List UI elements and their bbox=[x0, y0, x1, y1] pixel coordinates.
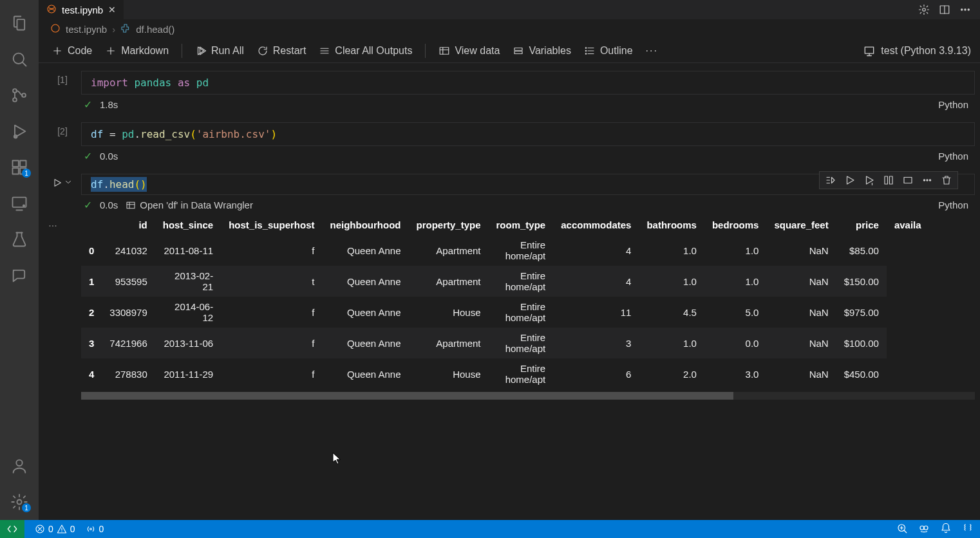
table-cell: 4.5 bbox=[639, 297, 704, 328]
editor-area: test.ipynb ✕ test.ipynb › df.head() bbox=[39, 0, 980, 520]
column-header: accommodates bbox=[553, 215, 639, 235]
exec-count: [1] bbox=[57, 75, 68, 85]
cell-language[interactable]: Python bbox=[938, 199, 972, 210]
exec-time: 0.0s bbox=[100, 199, 118, 210]
breadcrumb[interactable]: test.ipynb › df.head() bbox=[39, 19, 980, 39]
table-cell: 0.0 bbox=[704, 328, 767, 358]
settings-gear-icon[interactable]: 1 bbox=[10, 493, 28, 511]
svg-point-31 bbox=[927, 180, 928, 181]
status-bar: 0 0 0 bbox=[0, 520, 980, 538]
table-cell: 6 bbox=[553, 358, 639, 389]
close-icon[interactable]: ✕ bbox=[108, 5, 116, 15]
exec-time: 1.8s bbox=[100, 99, 118, 110]
table-cell: 3308979 bbox=[102, 297, 155, 328]
testing-icon[interactable] bbox=[10, 230, 28, 248]
table-row: 02410322011-08-11fQueen AnneApartmentEnt… bbox=[81, 235, 929, 266]
svg-rect-29 bbox=[904, 178, 912, 183]
breadcrumb-symbol[interactable]: df.head() bbox=[136, 24, 174, 35]
column-header: availa bbox=[887, 215, 929, 235]
open-data-wrangler-link[interactable]: Open 'df' in Data Wrangler bbox=[126, 199, 253, 210]
toolbar-more-icon[interactable]: ··· bbox=[646, 45, 658, 57]
source-control-icon[interactable] bbox=[10, 86, 28, 104]
chat-icon[interactable] bbox=[10, 266, 28, 284]
settings-badge: 1 bbox=[22, 503, 31, 512]
more-actions-icon[interactable] bbox=[959, 4, 971, 15]
svg-point-32 bbox=[929, 180, 930, 181]
table-cell: 3.0 bbox=[704, 358, 767, 389]
svg-rect-5 bbox=[13, 161, 19, 167]
restart-button[interactable]: Restart bbox=[253, 42, 310, 59]
explorer-icon[interactable] bbox=[10, 14, 28, 32]
run-all-button[interactable]: Run All bbox=[191, 42, 248, 59]
code-editor[interactable]: import pandas as pd bbox=[81, 71, 975, 95]
table-cell: Apartment bbox=[408, 266, 488, 297]
table-cell: Entirehome/apt bbox=[489, 328, 554, 358]
horizontal-scrollbar[interactable] bbox=[81, 392, 975, 400]
table-cell: 2011-11-29 bbox=[155, 358, 221, 389]
table-cell: $975.00 bbox=[836, 297, 887, 328]
svg-rect-20 bbox=[440, 47, 449, 54]
table-cell: f bbox=[221, 358, 322, 389]
chevron-down-icon[interactable] bbox=[64, 178, 73, 189]
run-by-line-icon[interactable] bbox=[825, 174, 836, 186]
remote-explorer-icon[interactable] bbox=[10, 194, 28, 212]
success-check-icon: ✓ bbox=[84, 199, 92, 211]
breadcrumb-file[interactable]: test.ipynb bbox=[66, 24, 107, 35]
ports-button[interactable]: 0 bbox=[86, 524, 104, 534]
scrollbar-thumb[interactable] bbox=[81, 392, 733, 400]
delete-cell-icon[interactable] bbox=[941, 174, 952, 186]
outline-button[interactable]: Outline bbox=[580, 42, 637, 59]
manage-gear-icon[interactable] bbox=[918, 4, 930, 15]
table-cell: $450.00 bbox=[836, 358, 887, 389]
accounts-icon[interactable] bbox=[10, 457, 28, 475]
split-cell-icon[interactable] bbox=[883, 174, 894, 186]
clear-outputs-button[interactable]: Clear All Outputs bbox=[315, 42, 416, 59]
svg-point-17 bbox=[965, 9, 966, 10]
output-more-icon[interactable]: ··· bbox=[44, 215, 62, 400]
cell-more-icon[interactable] bbox=[921, 174, 933, 186]
table-cell: NaN bbox=[766, 358, 836, 389]
copilot-icon[interactable] bbox=[918, 523, 930, 536]
add-markdown-button[interactable]: Markdown bbox=[101, 42, 173, 59]
execute-cell-icon[interactable] bbox=[844, 174, 856, 186]
run-debug-icon[interactable] bbox=[10, 122, 28, 140]
run-cell-icon[interactable] bbox=[52, 178, 62, 188]
search-icon[interactable] bbox=[10, 50, 28, 68]
toggle-output-icon[interactable] bbox=[902, 174, 914, 186]
svg-rect-21 bbox=[514, 48, 522, 50]
notifications-icon[interactable] bbox=[940, 523, 952, 536]
table-cell: Entirehome/apt bbox=[489, 266, 554, 297]
zoom-button[interactable] bbox=[896, 523, 908, 536]
success-check-icon: ✓ bbox=[84, 98, 92, 111]
remote-indicator[interactable] bbox=[0, 520, 24, 538]
kernel-selector[interactable]: test (Python 3.9.13) bbox=[863, 44, 971, 57]
table-cell: 1.0 bbox=[639, 266, 704, 297]
tab-test-ipynb[interactable]: test.ipynb ✕ bbox=[39, 0, 124, 19]
extensions-icon[interactable]: 1 bbox=[10, 158, 28, 176]
table-cell: 4 bbox=[553, 235, 639, 266]
cell-language[interactable]: Python bbox=[938, 99, 972, 110]
cell-language[interactable]: Python bbox=[938, 151, 972, 162]
table-cell: Entirehome/apt bbox=[489, 358, 554, 389]
table-cell: 5.0 bbox=[704, 297, 767, 328]
column-header: neighbourhood bbox=[323, 215, 409, 235]
column-header: bathrooms bbox=[639, 215, 704, 235]
code-editor[interactable]: df = pd.read_csv('airbnb.csv') bbox=[81, 122, 975, 146]
svg-rect-28 bbox=[890, 176, 893, 184]
table-cell: 241032 bbox=[102, 235, 155, 266]
column-header: bedrooms bbox=[704, 215, 767, 235]
cell-indicator-icon[interactable] bbox=[962, 523, 974, 536]
add-code-button[interactable]: Code bbox=[48, 42, 96, 59]
svg-rect-6 bbox=[20, 161, 26, 167]
split-editor-icon[interactable] bbox=[939, 4, 950, 15]
view-data-button[interactable]: View data bbox=[435, 42, 504, 59]
svg-rect-33 bbox=[127, 202, 135, 208]
table-cell: 1.0 bbox=[639, 235, 704, 266]
svg-point-10 bbox=[23, 205, 24, 206]
cell-1: [1] import pandas as pd ✓ 1.8s Python bbox=[44, 71, 975, 111]
svg-rect-22 bbox=[514, 51, 522, 53]
problems-button[interactable]: 0 0 bbox=[35, 524, 75, 534]
execute-below-icon[interactable] bbox=[863, 174, 875, 186]
table-cell: Entirehome/apt bbox=[489, 235, 554, 266]
variables-button[interactable]: Variables bbox=[509, 42, 575, 59]
